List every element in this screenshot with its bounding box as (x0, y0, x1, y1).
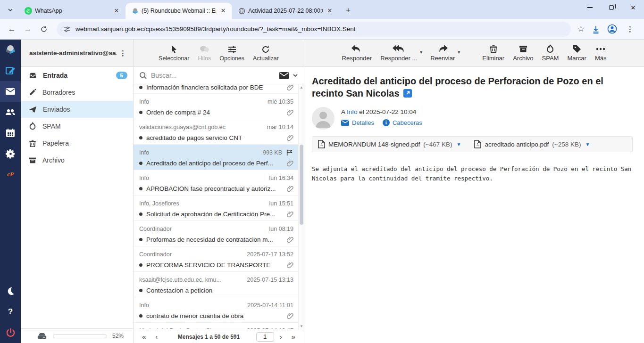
message-row[interactable]: Info2025-07-14 11:01 contrato de menor c… (134, 297, 298, 323)
close-icon[interactable]: ✕ (219, 7, 227, 15)
archive-button[interactable]: Archivo (512, 43, 534, 63)
forward-button[interactable]: Reenviar ▼ (429, 43, 456, 63)
rail-cpanel-button[interactable]: cP (0, 164, 21, 185)
folder-papelera[interactable]: Papelera (21, 135, 133, 152)
rail-mail-button[interactable] (0, 81, 21, 102)
chevron-down-icon (8, 7, 13, 13)
folder-spam[interactable]: SPAM (21, 118, 133, 135)
prev-page-button[interactable]: ‹ (151, 333, 161, 340)
message-date: 2025-07-17 13:52 (247, 251, 293, 258)
next-page-button[interactable]: › (276, 333, 286, 340)
close-icon[interactable]: ✕ (326, 7, 334, 15)
mail-body: Se adjunta el acreditado del anticipo de… (312, 164, 633, 183)
back-button[interactable]: ← (5, 22, 19, 36)
restore-button[interactable] (601, 0, 622, 15)
page-input[interactable] (256, 332, 274, 342)
chevron-down-icon[interactable]: ▼ (457, 50, 461, 55)
message-size: 993 KB (263, 149, 282, 156)
tab-title: WhatsApp (35, 8, 109, 14)
scrollbar-thumb[interactable] (300, 145, 303, 225)
folder-archivo[interactable]: Archivo (21, 152, 133, 169)
tab-whatsapp[interactable]: ✆ WhatsApp ✕ (19, 3, 125, 19)
recipient-link[interactable]: Info (347, 108, 358, 115)
select-button[interactable]: Seleccionar (157, 44, 191, 63)
scroll-down-icon[interactable]: ▼ (299, 323, 304, 330)
quota-bar (53, 334, 107, 338)
headers-link[interactable]: Cabeceras (383, 119, 422, 126)
new-tab-button[interactable]: + (342, 4, 355, 17)
details-link[interactable]: Detalles (341, 119, 374, 126)
tab-search-button[interactable] (4, 3, 17, 16)
search-scope-mail-icon[interactable] (279, 72, 289, 79)
downloads-icon[interactable] (591, 24, 601, 34)
message-row-selected[interactable]: Info993 KB Acreditado del anticipo del p… (134, 145, 298, 170)
dark-mode-button[interactable] (0, 281, 21, 302)
flag-icon[interactable] (286, 149, 293, 156)
message-row[interactable]: Infolun 16:34 APROBACION fase precontrac… (134, 170, 298, 196)
last-page-button[interactable]: » (288, 333, 299, 340)
logout-button[interactable] (0, 322, 21, 343)
date-text: el 2025-07-22 10:04 (359, 108, 416, 115)
mail-subject: Acreditado del anticipo del proceso de P… (312, 75, 633, 99)
reply-all-button[interactable]: Responder ... ▼ (379, 43, 418, 63)
rail-calendar-button[interactable] (0, 122, 21, 143)
reply-icon (351, 44, 362, 54)
moon-icon (6, 286, 15, 296)
message-row[interactable]: Info, Josefloreslun 15:51 Solicitud de a… (134, 196, 298, 221)
refresh-button[interactable]: Actualizar (251, 44, 281, 63)
list-scrollbar[interactable]: ▲ ▼ (298, 84, 304, 330)
first-page-button[interactable]: « (138, 333, 150, 340)
more-icon (595, 44, 606, 54)
archive-icon (519, 44, 528, 54)
chevron-down-icon[interactable]: ▼ (419, 50, 423, 55)
search-options-chevron-icon[interactable] (293, 73, 298, 78)
forward-button[interactable]: → (21, 22, 35, 36)
spam-button[interactable]: SPAM (541, 43, 560, 63)
help-button[interactable]: ? (0, 302, 21, 322)
message-row[interactable]: Coordinadorlun 08:19 Proformas de necesi… (134, 221, 298, 246)
open-in-new-window-icon[interactable] (403, 89, 412, 98)
delete-button[interactable]: Eliminar (481, 43, 505, 63)
tab-roundcube[interactable]: (5) Roundcube Webmail :: Envia ✕ (125, 3, 232, 19)
url-text[interactable]: webmail.sanjuan.gob.ec/cpsess1535909589/… (75, 25, 356, 33)
threads-button[interactable]: Hilos (196, 44, 213, 63)
mark-button[interactable]: Marcar (566, 43, 587, 63)
message-row[interactable]: Infomié 10:35 Orden de compra # 24 (134, 94, 298, 119)
attachment-menu-icon[interactable]: ▼ (457, 142, 461, 147)
close-icon[interactable]: ✕ (112, 7, 121, 15)
unread-dot (139, 238, 142, 241)
attachment-item[interactable]: MEMORANDUM 148-signed.pdf (~467 KB) ▼ (318, 140, 461, 148)
folder-borradores[interactable]: Borradores (21, 84, 133, 101)
url-bar[interactable]: webmail.sanjuan.gob.ec/cpsess1535909589/… (57, 22, 571, 37)
minimize-button[interactable] (579, 0, 601, 15)
restore-icon (609, 5, 614, 10)
compose-button[interactable] (0, 60, 21, 81)
reload-button[interactable] (37, 22, 51, 36)
rail-contacts-button[interactable] (0, 102, 21, 122)
tab-strip: ✆ WhatsApp ✕ (5) Roundcube Webmail :: En… (0, 0, 644, 19)
folder-entrada[interactable]: Entrada 5 (21, 67, 133, 84)
details-label: Detalles (352, 119, 374, 126)
browser-menu-icon[interactable]: ⋮ (624, 25, 636, 33)
profile-icon[interactable] (607, 24, 617, 34)
attachment-menu-icon[interactable]: ▼ (585, 142, 590, 147)
message-row[interactable]: Información financiera solicitada por BD… (134, 84, 298, 94)
attachment-item[interactable]: acreditado anticipo.pdf (~258 KB) ▼ (474, 140, 590, 148)
rail-settings-button[interactable] (0, 143, 21, 164)
close-window-button[interactable]: ✕ (622, 0, 644, 15)
browser-actions: ☆ ⋮ (577, 24, 636, 34)
tab-actividad[interactable]: Actividad 2025-07-22 08:00:00 ✕ (232, 3, 339, 19)
reply-button[interactable]: Responder (341, 43, 373, 63)
bookmark-star-icon[interactable]: ☆ (577, 24, 585, 34)
account-menu-icon[interactable]: ⋮ (117, 49, 129, 57)
trash-icon (489, 44, 498, 54)
more-button[interactable]: Más (594, 43, 608, 63)
message-row[interactable]: validaciones.guayas@cnt.gob.ecmar 10:14 … (134, 119, 298, 145)
message-row[interactable]: Coordinador2025-07-17 13:52 PROFORMA SER… (134, 246, 298, 272)
message-row[interactable]: ksaait@fcjse.utb.edu.ec, kmu...2025-07-1… (134, 272, 298, 297)
options-button[interactable]: Opciones (217, 44, 246, 63)
message-row[interactable]: Mariuxi del Rocio Santos Si...2025-07-14… (134, 323, 298, 329)
scroll-up-icon[interactable]: ▲ (299, 84, 304, 91)
folder-enviados[interactable]: Enviados (21, 101, 133, 118)
search-input[interactable] (151, 72, 276, 79)
